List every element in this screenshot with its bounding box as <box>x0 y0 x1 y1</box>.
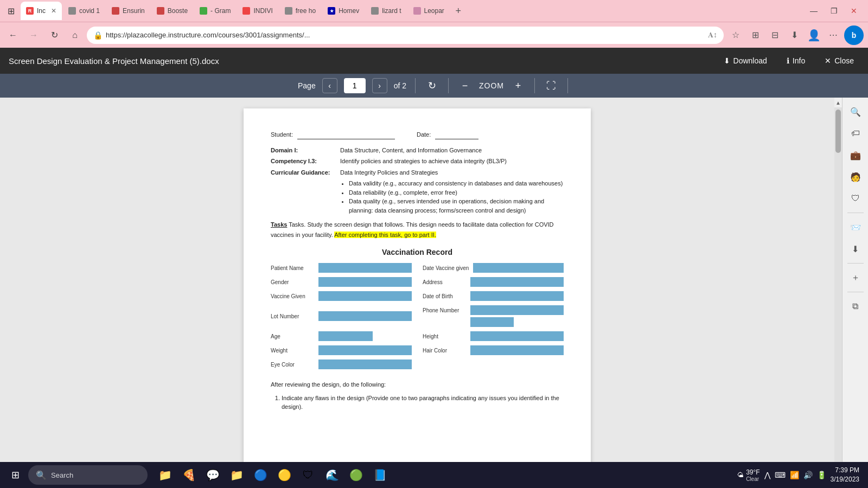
download-button[interactable]: ⬇ Download <box>718 53 773 68</box>
tab-active-label: Inc <box>37 7 46 15</box>
tasks-highlighted: After completing this task, go to part I… <box>334 232 436 238</box>
windows-button[interactable]: ⊞ <box>4 464 26 486</box>
grid-icon[interactable]: ⊞ <box>2 2 20 20</box>
favorites-bar-icon[interactable]: ⊟ <box>766 27 783 44</box>
sidebar-briefcase-icon[interactable]: 💼 <box>846 145 865 165</box>
taskbar-edge[interactable]: 🌊 <box>321 464 343 486</box>
scroll-track[interactable] <box>834 107 842 478</box>
tab-ensuring[interactable]: Ensurin <box>106 2 150 20</box>
sidebar-shield-icon[interactable]: 🛡 <box>846 189 865 208</box>
tray-keyboard-icon[interactable]: ⌨ <box>775 471 786 479</box>
tab-booster-label: Booste <box>168 7 188 15</box>
minimize-button[interactable]: — <box>806 4 822 17</box>
sidebar-person-icon[interactable]: 🧑 <box>846 167 865 187</box>
forward-button[interactable]: → <box>25 27 42 44</box>
new-tab-button[interactable]: + <box>451 3 466 18</box>
doc-toolbar: Screen Design Evaluation & Project Manag… <box>0 48 868 74</box>
page-number-input[interactable] <box>344 78 366 93</box>
page-nav-bar: Page ‹ › of 2 ↻ − ZOOM + ⛶ <box>0 74 868 98</box>
tray-network-icon[interactable]: 📶 <box>790 471 799 479</box>
taskbar-time[interactable]: 7:39 PM 3/19/2023 <box>831 466 859 484</box>
fullscreen-button[interactable]: ⛶ <box>544 78 559 93</box>
taskbar-app-4[interactable]: 📁 <box>226 464 247 486</box>
tray-battery-icon[interactable]: 🔋 <box>817 471 826 479</box>
tab-freeho[interactable]: free ho <box>279 2 321 20</box>
sidebar-down-icon[interactable]: ⬇ <box>846 239 865 259</box>
vaccine-given-label: Vaccine Given <box>271 293 314 299</box>
zoom-label: ZOOM <box>479 81 504 90</box>
doc-title: Screen Design Evaluation & Project Manag… <box>9 56 710 66</box>
gender-input <box>318 277 412 287</box>
zoom-out-button[interactable]: − <box>457 78 473 93</box>
tab-gram-label: - Gram <box>210 7 231 15</box>
zoom-in-button[interactable]: + <box>510 78 526 93</box>
taskbar-app-3[interactable]: 💬 <box>202 464 224 486</box>
tray-sound-icon[interactable]: 🔊 <box>803 471 813 479</box>
profile-icon[interactable]: 👤 <box>805 27 822 44</box>
collections-icon[interactable]: ⊞ <box>746 27 764 44</box>
taskbar: ⊞ 🔍 Search 📁 🍕 💬 📁 🔵 🟡 🛡 🌊 🟢 📘 🌤 39°F Cl… <box>0 462 868 488</box>
taskbar-word[interactable]: 📘 <box>369 464 391 486</box>
url-bar[interactable]: 🔒 https://plazacollege.instructure.com/c… <box>87 27 724 44</box>
taskbar-app-5[interactable]: 🔵 <box>250 464 271 486</box>
sidebar-tag-icon[interactable]: 🏷 <box>846 124 865 143</box>
bullet-3: Data quality (e.g., serves intended use … <box>349 197 564 215</box>
maximize-button[interactable]: ❐ <box>826 4 842 17</box>
doc-scroll-area[interactable]: Student: Date: Domain I: Data Structu <box>0 98 834 488</box>
scroll-up-arrow[interactable]: ▲ <box>834 98 842 107</box>
taskbar-app-2[interactable]: 🍕 <box>178 464 200 486</box>
date-vaccine-input <box>473 263 564 273</box>
close-button[interactable]: ✕ <box>846 4 861 17</box>
favorites-icon[interactable]: ☆ <box>727 27 744 44</box>
sidebar-plus-icon[interactable]: ＋ <box>846 268 865 287</box>
tab-active[interactable]: R Inc ✕ <box>21 2 62 20</box>
tab-homev-label: Homev <box>339 7 359 15</box>
tab-leopar[interactable]: Leopar <box>408 2 450 20</box>
address-bar: ← → ↻ ⌂ 🔒 https://plazacollege.instructu… <box>0 22 868 48</box>
domain-label: Domain I: <box>271 146 336 155</box>
url-text: https://plazacollege.instructure.com/cou… <box>106 31 705 39</box>
tab-booster[interactable]: Booste <box>151 2 193 20</box>
taskbar-search[interactable]: 🔍 Search <box>28 465 148 485</box>
bullet-1: Data validity (e.g., accuracy and consis… <box>349 179 564 188</box>
student-label: Student: <box>271 130 293 139</box>
curricular-value: Data Integrity Policies and Strategies <box>340 168 564 177</box>
tab-covid-label: covid 1 <box>79 7 100 15</box>
taskbar-app-7[interactable]: 🛡 <box>297 464 319 486</box>
toolbar-icons: ☆ ⊞ ⊟ ⬇ 👤 ⋯ b <box>727 25 864 45</box>
download-icon[interactable]: ⬇ <box>786 27 803 44</box>
tray-caret-icon[interactable]: ⋀ <box>764 471 770 479</box>
back-button[interactable]: ← <box>4 27 22 44</box>
tab-homev[interactable]: ★ Homev <box>322 2 365 20</box>
sidebar-split-icon[interactable]: ⧉ <box>846 297 865 316</box>
next-page-button[interactable]: › <box>372 78 387 93</box>
bing-button[interactable]: b <box>844 25 864 45</box>
vertical-scrollbar[interactable]: ▲ ▼ <box>834 98 842 488</box>
reload-view-button[interactable]: ↻ <box>424 78 439 93</box>
curricular-label: Curricular Guidance: <box>271 168 336 215</box>
phone-label: Phone Number <box>423 307 466 313</box>
taskbar-app-6[interactable]: 🟡 <box>273 464 295 486</box>
tab-close-icon[interactable]: ✕ <box>51 7 56 15</box>
tab-gram[interactable]: - Gram <box>194 2 236 20</box>
sidebar-send-icon[interactable]: 📨 <box>846 217 865 237</box>
tab-indivi[interactable]: INDIVI <box>237 2 278 20</box>
info-button[interactable]: ℹ Info <box>781 53 810 68</box>
sidebar-search-icon[interactable]: 🔍 <box>846 102 865 121</box>
height-label: Height <box>423 333 466 339</box>
taskbar-explorer[interactable]: 📁 <box>154 464 176 486</box>
height-field: Height <box>423 331 564 341</box>
settings-icon[interactable]: ⋯ <box>825 27 842 44</box>
home-button[interactable]: ⌂ <box>66 27 84 44</box>
tab-covid[interactable]: covid 1 <box>63 2 105 20</box>
address-input <box>470 277 564 287</box>
scroll-thumb[interactable] <box>835 110 841 153</box>
competency-value: Identify policies and strategies to achi… <box>340 157 507 166</box>
reload-button[interactable]: ↻ <box>46 27 63 44</box>
phone-field: Phone Number <box>423 305 564 327</box>
taskbar-chrome[interactable]: 🟢 <box>345 464 367 486</box>
close-doc-button[interactable]: ✕ Close <box>819 53 859 68</box>
prev-page-button[interactable]: ‹ <box>322 78 337 93</box>
tab-lizard[interactable]: lizard t <box>366 2 406 20</box>
taskbar-search-icon: 🔍 <box>36 470 47 480</box>
